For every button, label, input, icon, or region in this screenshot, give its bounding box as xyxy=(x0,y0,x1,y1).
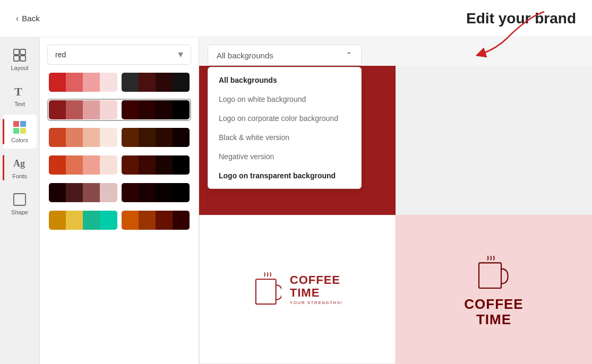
palette-row[interactable] xyxy=(47,71,191,93)
swatch xyxy=(83,73,100,92)
brand-name-line2: TIME xyxy=(290,287,342,299)
swatch xyxy=(83,211,100,230)
text-icon: T xyxy=(12,84,27,99)
layout-label: Layout xyxy=(11,65,28,71)
swatch-group-left xyxy=(49,183,117,202)
swatch xyxy=(173,183,190,202)
palette-row[interactable] xyxy=(47,209,191,231)
dropdown-item-negative[interactable]: Negative version xyxy=(208,147,361,166)
sidebar-item-layout[interactable]: Layout xyxy=(3,42,37,76)
swatch xyxy=(66,211,83,230)
swatch xyxy=(173,73,190,92)
swatch xyxy=(156,155,173,175)
color-select-wrapper: red blue green ▼ xyxy=(47,45,191,65)
swatch-group-right xyxy=(122,211,190,230)
swatch xyxy=(173,155,190,175)
svg-rect-10 xyxy=(14,194,25,205)
palette-row[interactable] xyxy=(47,126,191,149)
back-button[interactable]: ‹ Back xyxy=(16,14,40,23)
palette-rows xyxy=(47,71,191,231)
fonts-label: Fonts xyxy=(12,173,27,179)
svg-text:Ag: Ag xyxy=(13,158,25,169)
svg-rect-5 xyxy=(13,121,19,127)
back-chevron-icon: ‹ xyxy=(16,14,19,23)
color-select[interactable]: red blue green xyxy=(47,45,191,65)
dropdown-item-transparent[interactable]: Logo on transparent background xyxy=(208,166,361,185)
brand-name-line1: COFFEE xyxy=(290,274,342,287)
colors-label: Colors xyxy=(11,137,28,143)
swatch xyxy=(83,100,100,119)
swatch xyxy=(122,128,139,147)
swatch xyxy=(100,128,117,147)
bg-dropdown: All backgrounds Logo on white background… xyxy=(208,67,362,189)
preview-empty-top xyxy=(396,66,592,215)
swatch-group-right xyxy=(122,100,190,119)
svg-rect-12 xyxy=(256,279,276,304)
active-indicator xyxy=(3,119,4,144)
sidebar-item-colors[interactable]: Colors xyxy=(3,115,37,149)
svg-rect-8 xyxy=(20,128,26,134)
mug-logo-dark xyxy=(475,252,512,294)
swatch xyxy=(66,183,83,202)
page-title: Edit your brand xyxy=(466,10,576,27)
brand-subtitle: YOUR STRENGTHS! xyxy=(290,300,342,305)
swatch xyxy=(122,155,139,175)
swatch xyxy=(66,155,83,175)
swatch xyxy=(139,100,156,119)
text-label: Text xyxy=(14,101,25,107)
palette-row[interactable] xyxy=(47,181,191,204)
swatch-group-right xyxy=(122,155,190,175)
palette-row[interactable] xyxy=(47,154,191,176)
chevron-up-icon: ⌃ xyxy=(346,50,353,60)
shape-icon xyxy=(12,192,27,207)
swatch xyxy=(83,183,100,202)
mug-logo-red-small xyxy=(252,270,281,309)
swatch xyxy=(83,128,100,147)
swatch xyxy=(156,128,173,147)
swatch-group-right xyxy=(122,183,190,202)
swatch xyxy=(100,73,117,92)
main-layout: Layout T Text Colors Ag Fonts xyxy=(0,37,592,364)
swatch xyxy=(100,155,117,175)
sidebar-item-fonts[interactable]: Ag Fonts xyxy=(3,151,37,185)
sidebar-item-shape[interactable]: Shape xyxy=(3,187,37,221)
swatch xyxy=(100,183,117,202)
sidebar-item-text[interactable]: T Text xyxy=(3,79,37,112)
bg-select-label: All backgrounds xyxy=(217,51,273,60)
swatch xyxy=(49,211,66,230)
palette-panel: red blue green ▼ xyxy=(40,37,199,364)
swatch-group-left xyxy=(49,73,117,92)
swatch xyxy=(49,155,66,175)
content-area: All backgrounds ⌃ All backgrounds Logo o… xyxy=(199,37,592,364)
swatch xyxy=(156,183,173,202)
fonts-red-bar xyxy=(3,155,4,180)
swatch xyxy=(49,128,66,147)
svg-rect-3 xyxy=(20,56,25,61)
bg-select-button[interactable]: All backgrounds ⌃ xyxy=(208,45,362,66)
svg-text:T: T xyxy=(14,85,22,98)
colors-icon xyxy=(12,120,27,135)
preview-white-bg: COFFEE TIME YOUR STRENGTHS! xyxy=(199,215,396,364)
swatch-group-right xyxy=(122,128,190,147)
swatch-group-right xyxy=(122,73,190,92)
coffee-text-block: COFFEE TIME YOUR STRENGTHS! xyxy=(290,274,342,305)
swatch xyxy=(66,73,83,92)
swatch xyxy=(49,73,66,92)
dropdown-item-white[interactable]: Logo on white background xyxy=(208,90,361,109)
dropdown-item-corporate[interactable]: Logo on corporate color background xyxy=(208,109,361,128)
palette-row-selected[interactable] xyxy=(47,99,191,121)
swatch xyxy=(139,211,156,230)
swatch xyxy=(139,128,156,147)
dropdown-item-all[interactable]: All backgrounds xyxy=(208,71,361,90)
dropdown-item-bw[interactable]: Black & white version xyxy=(208,128,361,147)
layout-icon xyxy=(12,48,27,63)
back-label: Back xyxy=(22,14,39,23)
swatch xyxy=(100,100,117,119)
coffee-logo-light-red: COFFEE TIME xyxy=(464,252,523,327)
svg-rect-2 xyxy=(14,56,19,61)
svg-rect-6 xyxy=(20,121,26,127)
svg-rect-13 xyxy=(479,263,501,288)
swatch-group-left xyxy=(49,211,117,230)
brand-name-block: COFFEE TIME xyxy=(464,297,523,327)
fonts-icon: Ag xyxy=(12,156,27,171)
